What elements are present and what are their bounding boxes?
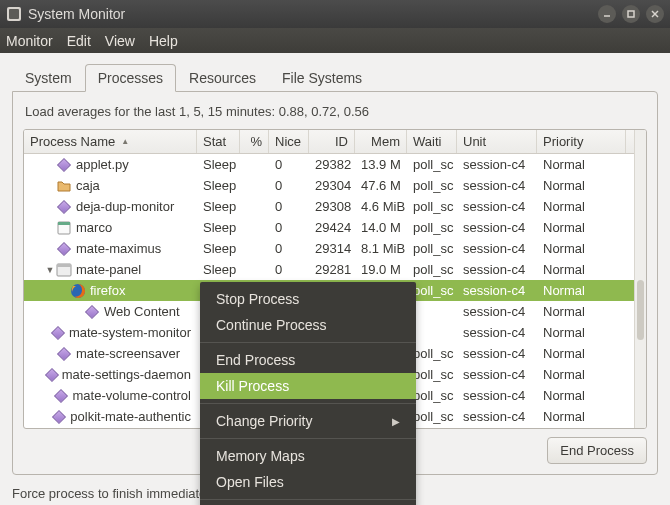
svg-rect-7 bbox=[58, 222, 70, 225]
minimize-button[interactable] bbox=[598, 5, 616, 23]
end-process-button[interactable]: End Process bbox=[547, 437, 647, 464]
column-header[interactable]: Process Name bbox=[24, 130, 197, 153]
context-memory-maps[interactable]: Memory Maps bbox=[200, 443, 416, 469]
close-button[interactable] bbox=[646, 5, 664, 23]
context-change-priority[interactable]: Change Priority▶ bbox=[200, 408, 416, 434]
menu-monitor[interactable]: Monitor bbox=[6, 33, 53, 49]
column-header[interactable]: Waiti bbox=[407, 130, 457, 153]
process-icon bbox=[56, 262, 72, 278]
cell-status: Sleep bbox=[197, 262, 240, 277]
menu-edit[interactable]: Edit bbox=[67, 33, 91, 49]
context-label: Memory Maps bbox=[216, 448, 305, 464]
table-row[interactable]: ▼mate-panelSleep02928119.0 Mpoll_scsessi… bbox=[24, 259, 634, 280]
process-name-cell: deja-dup-monitor bbox=[24, 199, 197, 215]
cell-unit: session-c4 bbox=[457, 178, 537, 193]
cell-mem: 19.0 M bbox=[355, 262, 407, 277]
tab-processes[interactable]: Processes bbox=[85, 64, 176, 92]
tab-resources[interactable]: Resources bbox=[176, 64, 269, 91]
cell-prio: Normal bbox=[537, 262, 626, 277]
context-continue-process[interactable]: Continue Process bbox=[200, 312, 416, 338]
context-kill-process[interactable]: Kill Process bbox=[200, 373, 416, 399]
context-open-files[interactable]: Open Files bbox=[200, 469, 416, 495]
table-row[interactable]: deja-dup-monitorSleep0293084.6 MiBpoll_s… bbox=[24, 196, 634, 217]
cell-unit: session-c4 bbox=[457, 388, 537, 403]
column-header[interactable]: Mem bbox=[355, 130, 407, 153]
process-icon bbox=[56, 199, 72, 215]
cell-status: Sleep bbox=[197, 241, 240, 256]
process-icon bbox=[54, 388, 69, 404]
context-stop-process[interactable]: Stop Process bbox=[200, 286, 416, 312]
process-icon bbox=[56, 241, 72, 257]
process-name-cell: mate-maximus bbox=[24, 241, 197, 257]
cell-mem: 8.1 MiB bbox=[355, 241, 407, 256]
table-row[interactable]: mate-maximusSleep0293148.1 MiBpoll_scses… bbox=[24, 238, 634, 259]
menu-help[interactable]: Help bbox=[149, 33, 178, 49]
cell-prio: Normal bbox=[537, 220, 626, 235]
cell-id: 29314 bbox=[309, 241, 355, 256]
column-header[interactable]: % bbox=[240, 130, 269, 153]
cell-status: Sleep bbox=[197, 178, 240, 193]
cell-nice: 0 bbox=[269, 199, 309, 214]
menubar: MonitorEditViewHelp bbox=[0, 28, 670, 53]
process-name-cell: ▼mate-panel bbox=[24, 262, 197, 278]
process-name: deja-dup-monitor bbox=[76, 199, 174, 214]
menu-view[interactable]: View bbox=[105, 33, 135, 49]
cell-nice: 0 bbox=[269, 241, 309, 256]
process-name: mate-maximus bbox=[76, 241, 161, 256]
app-icon bbox=[6, 6, 22, 22]
tab-file-systems[interactable]: File Systems bbox=[269, 64, 375, 91]
vertical-scrollbar[interactable] bbox=[634, 130, 646, 428]
table-header: Process NameStat%NiceIDMemWaitiUnitPrior… bbox=[24, 130, 634, 154]
context-end-process[interactable]: End Process bbox=[200, 347, 416, 373]
process-icon bbox=[84, 304, 100, 320]
cell-unit: session-c4 bbox=[457, 304, 537, 319]
cell-wait: poll_sc bbox=[407, 220, 457, 235]
context-label: Stop Process bbox=[216, 291, 299, 307]
process-name-cell: marco bbox=[24, 220, 197, 236]
maximize-button[interactable] bbox=[622, 5, 640, 23]
cell-prio: Normal bbox=[537, 409, 626, 424]
cell-mem: 4.6 MiB bbox=[355, 199, 407, 214]
cell-unit: session-c4 bbox=[457, 325, 537, 340]
cell-status: Sleep bbox=[197, 157, 240, 172]
process-name: mate-panel bbox=[76, 262, 141, 277]
cell-prio: Normal bbox=[537, 304, 626, 319]
column-header[interactable]: Stat bbox=[197, 130, 240, 153]
cell-unit: session-c4 bbox=[457, 262, 537, 277]
process-icon bbox=[52, 325, 65, 341]
column-header[interactable]: ID bbox=[309, 130, 355, 153]
process-icon bbox=[47, 367, 58, 383]
cell-nice: 0 bbox=[269, 262, 309, 277]
titlebar: System Monitor bbox=[0, 0, 670, 28]
process-icon bbox=[56, 157, 72, 173]
cell-id: 29281 bbox=[309, 262, 355, 277]
cell-mem: 47.6 M bbox=[355, 178, 407, 193]
process-name: Web Content bbox=[104, 304, 180, 319]
column-header[interactable]: Nice bbox=[269, 130, 309, 153]
cell-prio: Normal bbox=[537, 283, 626, 298]
process-name-cell: applet.py bbox=[24, 157, 197, 173]
scrollbar-thumb[interactable] bbox=[637, 280, 644, 340]
cell-wait: poll_sc bbox=[407, 178, 457, 193]
process-name-cell: mate-system-monitor bbox=[24, 325, 197, 341]
tab-system[interactable]: System bbox=[12, 64, 85, 91]
context-separator bbox=[200, 403, 416, 404]
table-row[interactable]: marcoSleep02942414.0 Mpoll_scsession-c4N… bbox=[24, 217, 634, 238]
cell-mem: 14.0 M bbox=[355, 220, 407, 235]
cell-prio: Normal bbox=[537, 388, 626, 403]
table-row[interactable]: applet.pySleep02938213.9 Mpoll_scsession… bbox=[24, 154, 634, 175]
cell-status: Sleep bbox=[197, 199, 240, 214]
process-name: firefox bbox=[90, 283, 125, 298]
table-row[interactable]: cajaSleep02930447.6 Mpoll_scsession-c4No… bbox=[24, 175, 634, 196]
tree-expander-icon[interactable]: ▼ bbox=[44, 265, 56, 275]
process-name: mate-volume-control bbox=[73, 388, 192, 403]
cell-prio: Normal bbox=[537, 325, 626, 340]
process-name: applet.py bbox=[76, 157, 129, 172]
process-name: marco bbox=[76, 220, 112, 235]
svg-rect-3 bbox=[628, 11, 634, 17]
column-header[interactable]: Unit bbox=[457, 130, 537, 153]
process-name-cell: mate-volume-control bbox=[24, 388, 197, 404]
cell-unit: session-c4 bbox=[457, 157, 537, 172]
column-header[interactable]: Priority bbox=[537, 130, 626, 153]
cell-nice: 0 bbox=[269, 220, 309, 235]
